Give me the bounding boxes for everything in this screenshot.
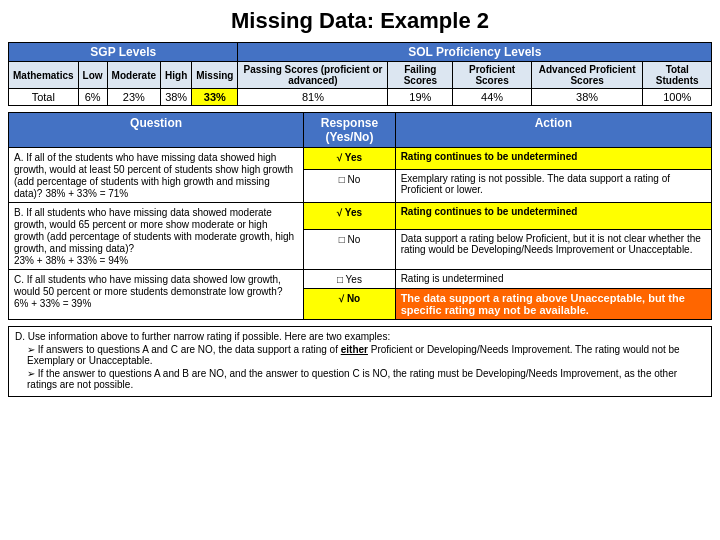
cell-passing: 81% — [238, 89, 388, 106]
sol-header: SOL Proficiency Levels — [238, 43, 712, 62]
response-header: Response (Yes/No) — [304, 113, 395, 148]
notes-bullet2: ➢ If the answer to questions A and B are… — [27, 368, 705, 390]
main-data-table: SGP Levels SOL Proficiency Levels Mathem… — [8, 42, 712, 106]
col-advanced-proficient: Advanced Proficient Scores — [531, 62, 643, 89]
notes-bullet1: ➢ If answers to questions A and C are NO… — [27, 344, 705, 366]
response-a-no: □ No — [304, 169, 395, 202]
cell-total: 100% — [643, 89, 712, 106]
action-b-no: Data support a rating below Proficient, … — [395, 229, 711, 269]
cell-advanced: 38% — [531, 89, 643, 106]
action-a-no: Exemplary rating is not possible. The da… — [395, 169, 711, 202]
cell-low: 6% — [78, 89, 107, 106]
question-a: A. If all of the students who have missi… — [9, 148, 304, 203]
question-c: C. If all students who have missing data… — [9, 270, 304, 320]
question-b: B. If all students who have missing data… — [9, 203, 304, 270]
action-b-yes: Rating continues to be undetermined — [395, 203, 711, 230]
cell-missing: 33% — [192, 89, 238, 106]
action-c-no: The data support a rating above Unaccept… — [395, 289, 711, 320]
qa-row-c-yes: C. If all students who have missing data… — [9, 270, 712, 289]
col-moderate: Moderate — [107, 62, 160, 89]
qa-row-b-yes: B. If all students who have missing data… — [9, 203, 712, 230]
response-b-yes: √ Yes — [304, 203, 395, 230]
response-a-yes: √ Yes — [304, 148, 395, 170]
action-header: Action — [395, 113, 711, 148]
response-c-yes: □ Yes — [304, 270, 395, 289]
cell-proficient: 44% — [453, 89, 531, 106]
response-b-no: □ No — [304, 229, 395, 269]
question-header: Question — [9, 113, 304, 148]
col-missing: Missing — [192, 62, 238, 89]
page-title: Missing Data: Example 2 — [8, 8, 712, 34]
table-row: Total 6% 23% 38% 33% 81% 19% 44% 38% 100… — [9, 89, 712, 106]
col-high: High — [161, 62, 192, 89]
col-total-students: Total Students — [643, 62, 712, 89]
qa-row-a-yes: A. If all of the students who have missi… — [9, 148, 712, 170]
action-a-yes: Rating continues to be undetermined — [395, 148, 711, 170]
notes-header: D. Use information above to further narr… — [15, 331, 705, 342]
cell-moderate: 23% — [107, 89, 160, 106]
notes-section: D. Use information above to further narr… — [8, 326, 712, 397]
col-mathematics: Mathematics — [9, 62, 79, 89]
cell-high: 38% — [161, 89, 192, 106]
cell-failing: 19% — [388, 89, 453, 106]
qa-table: Question Response (Yes/No) Action A. If … — [8, 112, 712, 320]
col-proficient-scores: Proficient Scores — [453, 62, 531, 89]
cell-label: Total — [9, 89, 79, 106]
col-low: Low — [78, 62, 107, 89]
sgp-header: SGP Levels — [9, 43, 238, 62]
col-failing-scores: Failing Scores — [388, 62, 453, 89]
action-c-yes: Rating is undetermined — [395, 270, 711, 289]
response-c-no: √ No — [304, 289, 395, 320]
col-passing-scores: Passing Scores (proficient or advanced) — [238, 62, 388, 89]
